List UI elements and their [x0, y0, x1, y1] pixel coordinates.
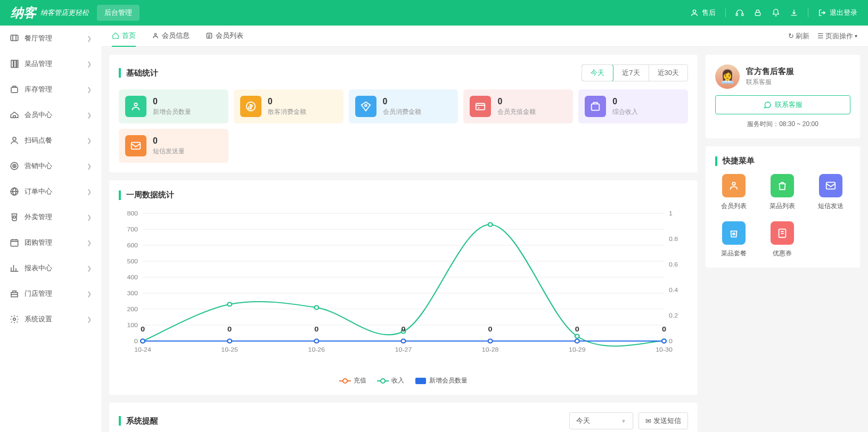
stat-label: 新增会员数量: [153, 107, 191, 117]
sidebar-label: 菜品管理: [24, 59, 52, 69]
sidebar-item[interactable]: 门店管理❯: [0, 281, 101, 306]
svg-rect-6: [14, 60, 16, 68]
svg-text:10-30: 10-30: [656, 346, 673, 353]
range-tab[interactable]: 近7天: [613, 65, 648, 81]
svg-text:0: 0: [134, 338, 138, 344]
tab-label: 会员列表: [216, 31, 243, 40]
sidebar-icon: [10, 187, 19, 196]
sidebar-item[interactable]: 库存管理❯: [0, 77, 101, 102]
quick-item[interactable]: 短信发送: [812, 174, 849, 211]
support-card: 👩‍💼 官方售后客服 联系客服 联系客服 服务时间：08:30 ~ 20:00: [706, 55, 860, 138]
bell-icon[interactable]: [772, 9, 780, 17]
title-bar: [119, 416, 121, 426]
sidebar-item[interactable]: 会员中心❯: [0, 102, 101, 128]
sidebar-label: 库存管理: [24, 85, 52, 94]
legend-item[interactable]: 充值: [339, 376, 366, 385]
page-ops-button[interactable]: ☰页面操作▾: [817, 31, 857, 41]
stat-card: 0新增会员数量: [119, 89, 228, 123]
svg-point-57: [227, 303, 232, 306]
svg-text:100: 100: [127, 322, 138, 328]
service-time: 服务时间：08:30 ~ 20:00: [715, 120, 850, 129]
sidebar-item[interactable]: 扫码点餐❯: [0, 128, 101, 153]
stat-label: 综合收入: [612, 107, 638, 117]
tab-icon: [112, 32, 119, 39]
sidebar-label: 餐厅管理: [24, 34, 52, 43]
stat-card: 0散客消费金额: [234, 89, 343, 123]
svg-point-69: [662, 339, 666, 343]
logout-label: 退出登录: [830, 8, 857, 18]
svg-text:500: 500: [127, 258, 138, 264]
svg-text:10-29: 10-29: [569, 346, 586, 353]
tab-icon: [206, 32, 213, 39]
tab[interactable]: 首页: [112, 26, 136, 47]
quick-item[interactable]: 会员列表: [715, 174, 753, 211]
sidebar-icon: [10, 110, 19, 120]
chart-card: 一周数据统计 010020030040050060070080000.20.40…: [109, 180, 698, 395]
quick-title: 快捷菜单: [723, 156, 755, 166]
support-title: 官方售后客服: [746, 67, 794, 77]
user-menu[interactable]: 售后: [690, 8, 716, 18]
svg-text:300: 300: [127, 290, 138, 296]
stat-icon: [585, 96, 606, 117]
sidebar-label: 营销中心: [24, 161, 52, 171]
svg-point-9: [13, 137, 16, 140]
sidebar-icon: [10, 161, 19, 171]
title-bar: [715, 156, 717, 166]
svg-text:0.6: 0.6: [669, 261, 678, 268]
sidebar-icon: [10, 314, 19, 324]
range-tab[interactable]: 近30天: [649, 65, 687, 81]
svg-point-16: [13, 318, 16, 321]
refresh-button[interactable]: ↻刷新: [788, 31, 809, 41]
svg-point-88: [733, 182, 736, 186]
quick-item[interactable]: 菜品套餐: [715, 221, 753, 258]
chevron-right-icon: ❯: [87, 61, 92, 68]
sidebar-label: 订单中心: [24, 187, 52, 196]
svg-text:10-26: 10-26: [308, 346, 325, 353]
chevron-down-icon: ▾: [855, 33, 857, 39]
svg-point-60: [488, 223, 493, 227]
svg-rect-8: [11, 87, 18, 93]
backend-manage-button[interactable]: 后台管理: [97, 5, 140, 21]
range-tab[interactable]: 今天: [582, 64, 613, 81]
headset-icon[interactable]: [735, 9, 744, 17]
remind-range-select[interactable]: 今天 ▼: [569, 412, 633, 429]
svg-rect-1: [736, 13, 738, 15]
sidebar-item[interactable]: 订单中心❯: [0, 179, 101, 204]
svg-text:0: 0: [227, 325, 232, 333]
svg-text:400: 400: [127, 274, 138, 280]
legend-label: 收入: [391, 376, 404, 385]
sidebar-item[interactable]: 餐厅管理❯: [0, 26, 101, 51]
svg-point-66: [402, 339, 406, 343]
tab[interactable]: 会员信息: [152, 26, 190, 47]
sidebar-item[interactable]: 菜品管理❯: [0, 51, 101, 77]
quick-label: 菜品列表: [769, 202, 795, 211]
quick-item[interactable]: 优惠券: [764, 221, 801, 258]
divider: [808, 9, 808, 17]
chevron-right-icon: ❯: [87, 214, 92, 221]
stat-value: 0: [497, 97, 536, 106]
svg-text:0.4: 0.4: [669, 287, 678, 293]
stat-icon: [240, 96, 261, 117]
sidebar-label: 会员中心: [24, 110, 52, 120]
tab[interactable]: 会员列表: [206, 26, 243, 47]
chevron-right-icon: ❯: [87, 239, 92, 246]
legend-item[interactable]: 收入: [377, 376, 404, 385]
sidebar-item[interactable]: 外卖管理❯: [0, 204, 101, 230]
stat-card: 0短信发送量: [119, 129, 228, 163]
sidebar-item[interactable]: 营销中心❯: [0, 153, 101, 179]
logout-button[interactable]: 退出登录: [818, 8, 857, 18]
legend-item[interactable]: 新增会员数量: [415, 376, 468, 385]
contact-support-button[interactable]: 联系客服: [715, 95, 850, 114]
chevron-right-icon: ❯: [87, 35, 92, 42]
sidebar-item[interactable]: 系统设置❯: [0, 306, 101, 332]
refresh-icon: ↻: [788, 32, 794, 40]
legend-label: 充值: [354, 376, 366, 385]
svg-point-14: [13, 216, 16, 219]
svg-text:0: 0: [488, 325, 493, 333]
sidebar-item[interactable]: 团购管理❯: [0, 230, 101, 255]
lock-icon[interactable]: [754, 9, 762, 17]
download-icon[interactable]: [790, 9, 798, 17]
quick-item[interactable]: 菜品列表: [764, 174, 801, 211]
send-sms-button[interactable]: ✉发送短信: [638, 412, 688, 429]
sidebar-item[interactable]: 报表中心❯: [0, 255, 101, 281]
